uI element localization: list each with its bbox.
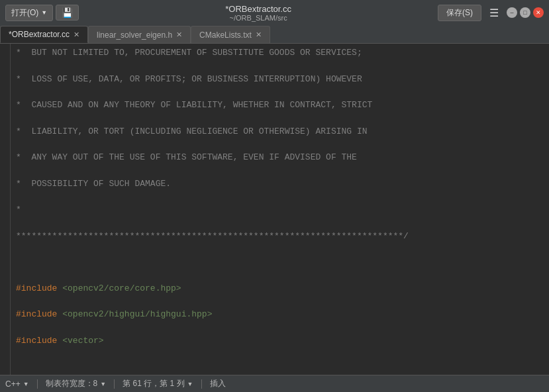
tab-cmakelists[interactable]: CMakeLists.txt ✕ <box>191 26 270 43</box>
tab-orbextractor[interactable]: *ORBextractor.cc ✕ <box>0 26 88 43</box>
menu-button[interactable]: ☰ <box>485 5 503 21</box>
statusbar-sep-2 <box>114 379 115 389</box>
open-arrow-icon: ▼ <box>41 9 47 16</box>
statusbar-sep-3 <box>201 379 202 389</box>
tabbar: *ORBextractor.cc ✕ linear_solver_eigen.h… <box>0 25 549 44</box>
open-button[interactable]: 打开(O) ▼ <box>5 5 53 21</box>
tabwidth-label: 制表符宽度：8 <box>46 378 98 389</box>
tabwidth-arrow-icon: ▼ <box>100 381 106 387</box>
tab-linear-solver[interactable]: linear_solver_eigen.h ✕ <box>88 26 191 43</box>
statusbar-sep-1 <box>37 379 38 389</box>
tab-orbextractor-label: *ORBextractor.cc <box>9 30 70 39</box>
tab-cmakelists-close[interactable]: ✕ <box>256 30 262 39</box>
editor-container: * BUT NOT LIMITED TO, PROCUREMENT OF SUB… <box>0 44 549 375</box>
position-arrow-icon: ▼ <box>187 381 193 387</box>
mode-label: 插入 <box>210 378 226 389</box>
code-editor[interactable]: * BUT NOT LIMITED TO, PROCUREMENT OF SUB… <box>11 44 549 375</box>
statusbar-tabwidth[interactable]: 制表符宽度：8 ▼ <box>46 378 107 389</box>
tab-linear-solver-label: linear_solver_eigen.h <box>97 30 172 40</box>
window-subtitle: ~/ORB_SLAM/src <box>83 14 434 22</box>
close-button[interactable]: ✕ <box>533 7 544 18</box>
titlebar-left: 打开(O) ▼ 💾 <box>5 5 79 21</box>
save-button[interactable]: 保存(S) <box>438 5 481 21</box>
tab-linear-solver-close[interactable]: ✕ <box>176 30 182 39</box>
save-file-icon-button[interactable]: 💾 <box>56 5 79 21</box>
statusbar-lang[interactable]: C++ ▼ <box>5 379 29 389</box>
tab-orbextractor-close[interactable]: ✕ <box>74 30 79 39</box>
titlebar-center: *ORBextractor.cc ~/ORB_SLAM/src <box>83 4 434 22</box>
minimize-button[interactable]: – <box>507 7 517 18</box>
line-number-gutter <box>0 44 11 375</box>
tab-cmakelists-label: CMakeLists.txt <box>199 30 252 40</box>
lang-label: C++ <box>5 379 21 389</box>
window-controls: – □ ✕ <box>507 7 544 18</box>
open-label: 打开(O) <box>11 7 38 19</box>
statusbar-position[interactable]: 第 61 行，第 1 列 ▼ <box>123 378 193 389</box>
statusbar: C++ ▼ 制表符宽度：8 ▼ 第 61 行，第 1 列 ▼ 插入 <box>0 375 549 392</box>
titlebar: 打开(O) ▼ 💾 *ORBextractor.cc ~/ORB_SLAM/sr… <box>0 0 549 25</box>
position-label: 第 61 行，第 1 列 <box>123 378 184 389</box>
window-title: *ORBextractor.cc <box>83 4 434 14</box>
maximize-button[interactable]: □ <box>520 7 530 18</box>
statusbar-mode: 插入 <box>210 378 226 389</box>
lang-arrow-icon: ▼ <box>23 381 29 387</box>
titlebar-right: 保存(S) ☰ – □ ✕ <box>438 5 544 21</box>
